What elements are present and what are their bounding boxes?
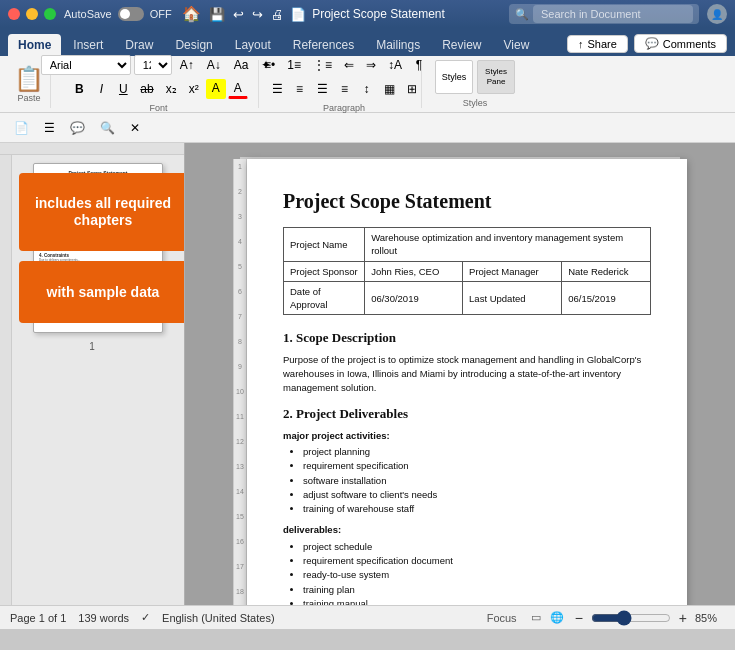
tab-references[interactable]: References	[283, 34, 364, 56]
web-layout-button[interactable]: 🌐	[547, 610, 567, 625]
doc-view-button[interactable]: 📄	[8, 117, 35, 139]
list-item: requirement specification document	[303, 554, 651, 567]
major-activities-label: major project activities:	[283, 429, 651, 442]
sort-button[interactable]: ↕A	[383, 55, 407, 75]
styles-group-label: Styles	[463, 98, 488, 108]
zoom-level[interactable]: 85%	[695, 612, 725, 624]
share-button[interactable]: ↑ Share	[567, 35, 628, 53]
autosave-state: OFF	[150, 8, 172, 20]
minus-zoom-button[interactable]: −	[575, 610, 583, 626]
font-color-button[interactable]: A	[228, 79, 248, 99]
case-button[interactable]: Aa	[229, 55, 254, 75]
updated-value: 06/15/2019	[562, 281, 651, 315]
highlight-button[interactable]: A	[206, 79, 226, 99]
font-selector[interactable]: Arial	[41, 55, 131, 75]
tab-home[interactable]: Home	[8, 34, 61, 56]
approval-value: 06/30/2019	[365, 281, 463, 315]
undo-icon[interactable]: ↩	[233, 7, 244, 22]
print-icon[interactable]: 🖨	[271, 7, 284, 22]
print-layout-button[interactable]: ▭	[528, 610, 544, 625]
justify-button[interactable]: ≡	[335, 79, 355, 99]
increase-indent-button[interactable]: ⇒	[361, 55, 381, 75]
borders-button[interactable]: ⊞	[402, 79, 422, 99]
strikethrough-button[interactable]: ab	[135, 79, 158, 99]
project-name-value: Warehouse optimization and inventory man…	[365, 228, 651, 262]
bullets-button[interactable]: ≡•	[259, 55, 280, 75]
list-item: training of warehouse staff	[303, 502, 651, 515]
autosave-label: AutoSave	[64, 8, 112, 20]
badge-chapters: includes all required chapters	[19, 173, 185, 251]
zoom-slider[interactable]	[591, 610, 671, 626]
ribbon-tabs: Home Insert Draw Design Layout Reference…	[0, 28, 735, 56]
styles-button[interactable]: Styles	[435, 60, 473, 94]
close-pane-button[interactable]: ✕	[124, 117, 146, 139]
font-group: Arial 12 A↑ A↓ Aa ✦ B I U ab x₂ x² A A F…	[59, 60, 259, 108]
search-input[interactable]	[533, 5, 693, 23]
document-title: Project Scope Statement	[312, 7, 445, 21]
tab-layout[interactable]: Layout	[225, 34, 281, 56]
decrease-indent-button[interactable]: ⇐	[339, 55, 359, 75]
align-right-button[interactable]: ☰	[312, 79, 333, 99]
plus-zoom-button[interactable]: +	[679, 610, 687, 626]
project-name-label: Project Name	[284, 228, 365, 262]
shading-button[interactable]: ▦	[379, 79, 400, 99]
comment-view-button[interactable]: 💬	[64, 117, 91, 139]
pm-label: Project Manager	[463, 261, 562, 281]
align-left-button[interactable]: ☰	[267, 79, 288, 99]
word-count: 139 words	[78, 612, 129, 624]
proofing-icon[interactable]: ✓	[141, 611, 150, 624]
numbering-button[interactable]: 1≡	[282, 55, 306, 75]
deliverables-list: project schedule requirement specificati…	[303, 540, 651, 605]
find-button[interactable]: 🔍	[94, 117, 121, 139]
subscript-button[interactable]: x₂	[161, 79, 182, 99]
paragraph-group: ≡• 1≡ ⋮≡ ⇐ ⇒ ↕A ¶ ☰ ≡ ☰ ≡ ↕ ▦ ⊞ Paragrap…	[267, 60, 422, 108]
tab-design[interactable]: Design	[165, 34, 222, 56]
language[interactable]: English (United States)	[162, 612, 275, 624]
close-button[interactable]	[8, 8, 20, 20]
comments-button[interactable]: 💬 Comments	[634, 34, 727, 53]
list-item: requirement specification	[303, 459, 651, 472]
sponsor-value: John Ries, CEO	[365, 261, 463, 281]
share-icon: ↑	[578, 38, 584, 50]
main-area: Project Scope Statement Project NameWare…	[0, 143, 735, 605]
tab-mailings[interactable]: Mailings	[366, 34, 430, 56]
home-icon[interactable]: 🏠	[182, 5, 201, 23]
outline-view-button[interactable]: ☰	[38, 117, 61, 139]
bold-button[interactable]: B	[69, 79, 89, 99]
save-icon[interactable]: 💾	[209, 7, 225, 22]
font-shrink-button[interactable]: A↓	[202, 55, 226, 75]
italic-button[interactable]: I	[91, 79, 111, 99]
align-center-button[interactable]: ≡	[290, 79, 310, 99]
font-group-label: Font	[149, 103, 167, 113]
font-grow-button[interactable]: A↑	[175, 55, 199, 75]
comments-icon: 💬	[645, 37, 659, 50]
list-item: adjust software to client's needs	[303, 488, 651, 501]
font-size-selector[interactable]: 12	[134, 55, 172, 75]
tab-view[interactable]: View	[494, 34, 540, 56]
thumb-left-ruler	[0, 155, 12, 605]
line-spacing-button[interactable]: ↕	[357, 79, 377, 99]
autosave-toggle[interactable]	[118, 7, 144, 21]
multilevel-button[interactable]: ⋮≡	[308, 55, 337, 75]
user-avatar[interactable]: 👤	[707, 4, 727, 24]
styles-pane-button[interactable]: Styles Pane	[477, 60, 515, 94]
paste-icon: 📋	[14, 65, 44, 93]
focus-button[interactable]: Focus	[484, 611, 520, 625]
search-icon: 🔍	[515, 8, 529, 21]
list-item: software installation	[303, 474, 651, 487]
document-scroll-area[interactable]: 2 3 4 5 6 7 8 9 10 11 12 13 14 15 16 123…	[185, 143, 735, 605]
status-bar: Page 1 of 1 139 words ✓ English (United …	[0, 605, 735, 629]
ribbon-content: 📋 Paste Arial 12 A↑ A↓ Aa ✦ B I U ab x₂ …	[0, 56, 735, 113]
superscript-button[interactable]: x²	[184, 79, 204, 99]
section1-heading: 1. Scope Description	[283, 329, 651, 347]
tab-review[interactable]: Review	[432, 34, 491, 56]
tab-draw[interactable]: Draw	[115, 34, 163, 56]
maximize-button[interactable]	[44, 8, 56, 20]
redo-icon[interactable]: ↪	[252, 7, 263, 22]
show-hide-button[interactable]: ¶	[409, 55, 429, 75]
minimize-button[interactable]	[26, 8, 38, 20]
tab-insert[interactable]: Insert	[63, 34, 113, 56]
approval-label: Date of Approval	[284, 281, 365, 315]
underline-button[interactable]: U	[113, 79, 133, 99]
list-item: training manual	[303, 597, 651, 605]
